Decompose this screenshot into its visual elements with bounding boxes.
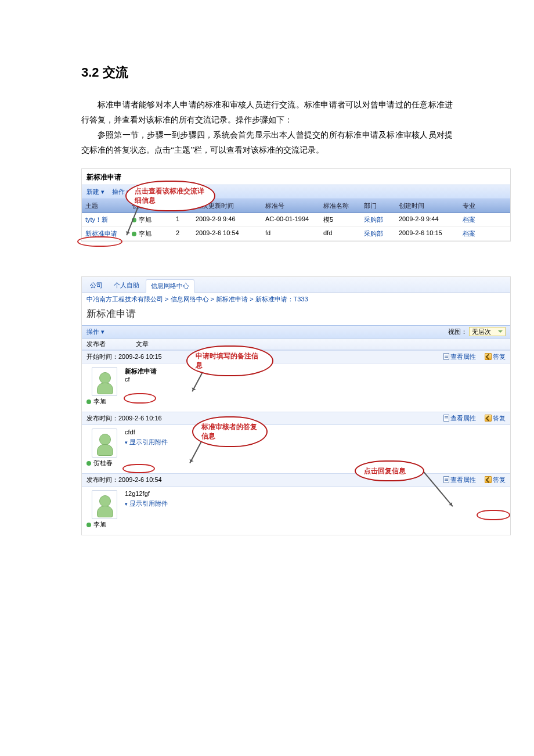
paragraph-2: 参照第一节，步骤一到步骤四，系统会首先显示出本人曾提交的所有标准申请及标准审核人…: [81, 128, 453, 158]
col-ctime: 创建时间: [395, 199, 459, 213]
reply-icon: [485, 476, 492, 483]
row-stdno: fd: [262, 227, 320, 240]
post-body-text: cfdf: [125, 429, 503, 435]
post: 李旭 新标准申请 cf: [82, 363, 510, 412]
row-stdname: dfd: [320, 227, 360, 240]
annotation-reviewer-reply: 标准审核者的答复信息: [192, 416, 268, 448]
row-updated: 2009-2-6 10:54: [192, 227, 262, 240]
properties-icon: [443, 353, 449, 360]
poster-name: 李旭: [86, 397, 122, 406]
view-label: 视图：: [448, 328, 467, 335]
presence-icon: [86, 461, 91, 466]
avatar: [92, 490, 117, 519]
row-spec[interactable]: 档案: [459, 213, 488, 226]
col-dept: 部门: [360, 199, 395, 213]
thread-ops-menu[interactable]: 操作 ▾: [86, 327, 104, 336]
row-subject-link[interactable]: tyty！新: [82, 213, 128, 226]
presence-icon: [86, 523, 91, 527]
row-dept[interactable]: 采购部: [360, 213, 395, 226]
thread-title: 新标准申请: [82, 306, 510, 325]
highlight-ring: [77, 236, 122, 247]
post-header: 发布时间：2009-2-6 10:54 查看属性 答复: [82, 473, 510, 487]
row-replies: 2: [163, 227, 192, 240]
top-tabs: 公司 个人自助 信息网络中心: [82, 277, 510, 293]
presence-icon: [86, 399, 91, 404]
row-author: 李旭: [128, 227, 163, 240]
annotation-view-detail: 点击查看该标准交流详细信息: [125, 181, 215, 212]
post-header: 开始时间：2009-2-6 10:15 查看属性 答复: [82, 350, 510, 363]
properties-icon: [443, 476, 449, 483]
tab-company[interactable]: 公司: [85, 279, 107, 291]
avatar: [92, 367, 117, 396]
show-attachments-link[interactable]: 显示引用附件: [125, 438, 503, 447]
avatar: [92, 429, 117, 458]
screenshot-list: 新标准申请 新建 ▾ 操作 ▾ 主题 创建者 答复 上次更新时间 标准号 标准名…: [81, 168, 511, 242]
reply-link[interactable]: 答复: [485, 415, 506, 422]
new-menu[interactable]: 新建 ▾: [86, 188, 104, 195]
view-select[interactable]: 无层次: [469, 327, 506, 336]
reply-icon: [485, 353, 492, 360]
reply-link[interactable]: 答复: [485, 476, 506, 483]
properties-icon: [443, 415, 449, 422]
breadcrumb[interactable]: 中冶南方工程技术有限公司 > 信息网络中心 > 新标准申请 > 新标准申请：T3…: [82, 293, 510, 306]
view-props-link[interactable]: 查看属性: [443, 415, 476, 422]
view-props-link[interactable]: 查看属性: [443, 476, 476, 483]
col-poster: 发布者: [86, 340, 136, 348]
highlight-ring: [122, 464, 155, 473]
row-dept[interactable]: 采购部: [360, 227, 395, 240]
col-body: 文章: [136, 340, 149, 348]
row-stdname: 模5: [320, 213, 360, 226]
screenshot-thread: 公司 个人自助 信息网络中心 中冶南方工程技术有限公司 > 信息网络中心 > 新…: [81, 276, 511, 535]
presence-icon: [132, 232, 136, 236]
annotation-click-reply: 点击回复信息: [355, 460, 424, 482]
tab-self[interactable]: 个人自助: [109, 279, 144, 291]
row-ctime: 2009-2-9 9:44: [395, 213, 459, 226]
row-ctime: 2009-2-6 10:15: [395, 227, 459, 240]
post-body-text: 12g12fgf: [125, 490, 503, 497]
post-title: 新标准申请: [125, 367, 503, 376]
post: 李旭 12g12fgf 显示引用附件: [82, 487, 510, 535]
col-spec: 专业: [459, 199, 488, 213]
table-row: tyty！新 李旭 1 2009-2-9 9:46 AC-00-01-1994 …: [82, 213, 510, 227]
poster-name: 李旭: [86, 520, 122, 529]
col-subject: 主题: [82, 199, 128, 213]
paragraph-1: 标准申请者能够对本人申请的标准和审核人员进行交流。标准申请者可以对曾申请过的任意…: [81, 98, 453, 128]
row-spec[interactable]: 档案: [459, 227, 488, 240]
poster-name: 贺桂春: [86, 459, 122, 467]
col-stdname: 标准名称: [320, 199, 360, 213]
table-row: 新标准申请 李旭 2 2009-2-6 10:54 fd dfd 采购部 200…: [82, 227, 510, 241]
section-heading: 3.2 交流: [81, 64, 453, 81]
reply-link[interactable]: 答复: [485, 353, 506, 360]
row-updated: 2009-2-9 9:46: [192, 213, 262, 226]
col-stdno: 标准号: [262, 199, 320, 213]
post-header: 发布时间：2009-2-6 10:16 查看属性 答复: [82, 412, 510, 425]
reply-icon: [485, 415, 492, 422]
tab-info-center[interactable]: 信息网络中心: [146, 279, 194, 293]
row-replies: 1: [163, 213, 192, 226]
annotation-note-info: 申请时填写的备注信息: [186, 345, 273, 377]
thread-toolbar: 操作 ▾ 视图： 无层次: [82, 325, 510, 339]
row-stdno: AC-00-01-1994: [262, 213, 320, 226]
highlight-ring: [124, 393, 156, 404]
view-props-link[interactable]: 查看属性: [443, 353, 476, 360]
post-body-text: cf: [125, 376, 503, 383]
thread-columns: 发布者 文章: [82, 339, 510, 350]
highlight-ring: [477, 510, 510, 520]
